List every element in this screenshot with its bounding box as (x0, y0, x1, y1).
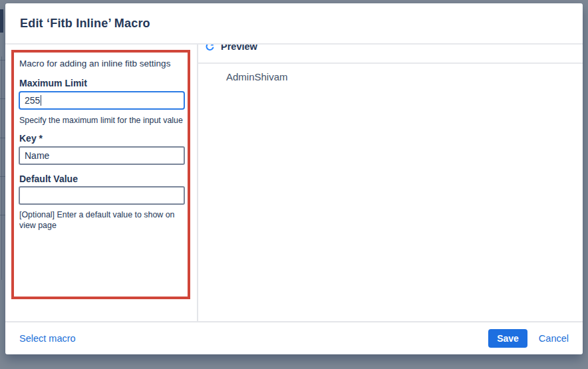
macro-parameters-panel: Macro for adding an inline fitb settings… (5, 45, 198, 321)
dialog-header: Edit ‘Fitb Inline’ Macro (5, 3, 583, 45)
background-table-row-line (0, 60, 5, 61)
dialog-footer: Select macro Save Cancel (5, 321, 583, 354)
default-value-input[interactable] (19, 186, 185, 205)
maximum-limit-value: 255 (25, 95, 40, 106)
edit-macro-dialog: Edit ‘Fitb Inline’ Macro Macro for addin… (5, 3, 583, 354)
save-button[interactable]: Save (488, 329, 527, 348)
cancel-link[interactable]: Cancel (539, 333, 569, 344)
key-input[interactable]: Name (19, 146, 185, 165)
dialog-body: Macro for adding an inline fitb settings… (5, 45, 583, 321)
default-value-label: Default Value (19, 174, 78, 184)
background-table-row-line (0, 176, 5, 177)
background-page-fragment (0, 9, 3, 33)
key-value: Name (25, 150, 49, 161)
footer-actions: Save Cancel (488, 329, 569, 348)
screen: { "modal": { "title": "Edit \u2018Fitb I… (0, 0, 588, 369)
select-macro-link[interactable]: Select macro (19, 333, 76, 344)
preview-heading-label: Preview (221, 45, 257, 52)
maximum-limit-input[interactable]: 255 (19, 91, 185, 110)
background-table-row-line (0, 138, 5, 138)
key-label: Key * (19, 133, 43, 144)
dialog-title: Edit ‘Fitb Inline’ Macro (20, 17, 150, 31)
refresh-icon[interactable] (205, 45, 215, 52)
default-value-help: [Optional] Enter a default value to show… (19, 209, 186, 231)
preview-panel: Preview AdminShivam (198, 45, 583, 321)
preview-divider (198, 62, 583, 64)
macro-description: Macro for adding an inline fitb settings (19, 59, 170, 68)
text-caret (41, 95, 41, 106)
preview-content: AdminShivam (226, 71, 288, 82)
background-table-row-line (0, 98, 5, 99)
preview-heading: Preview (205, 45, 257, 52)
background-table-row-line (0, 215, 5, 215)
maximum-limit-help: Specify the maximum limit for the input … (19, 115, 183, 126)
maximum-limit-label: Maximum Limit (19, 78, 87, 88)
